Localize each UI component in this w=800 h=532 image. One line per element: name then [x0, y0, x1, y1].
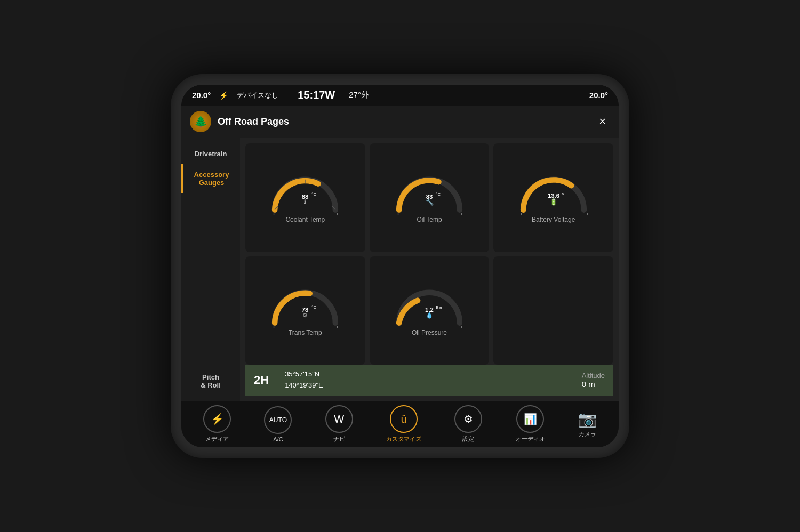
nav-navi[interactable]: W ナビ [325, 405, 353, 443]
svg-text:⚙: ⚙ [302, 312, 308, 318]
close-button[interactable]: × [595, 112, 610, 131]
svg-text:🔋: 🔋 [550, 198, 558, 206]
svg-text:1.2: 1.2 [425, 306, 434, 312]
media-label: メディア [205, 435, 229, 443]
settings-icon: ⚙ [454, 405, 482, 433]
svg-text:78: 78 [302, 306, 309, 312]
media-icon: ⚡ [203, 405, 231, 433]
altitude-value: 0 m [582, 380, 605, 389]
altitude-block: Altitude 0 m [582, 372, 605, 389]
svg-text:83: 83 [426, 193, 433, 199]
device-bezel: 20.0° ⚡ デバイスなし 15:17W 27°外 20.0° 🌲 Off R… [171, 74, 629, 458]
svg-text:Bar: Bar [436, 305, 443, 310]
navi-icon: W [325, 405, 353, 433]
app-icon: 🌲 [190, 111, 211, 132]
navi-label: ナビ [333, 435, 345, 443]
gauges-area: C H 🌡 88 °C Coolant Temp [240, 138, 619, 401]
svg-text:H: H [337, 325, 340, 328]
sidebar-item-accessory-gauges[interactable]: AccessoryGauges [181, 164, 240, 193]
sidebar-item-drivetrain[interactable]: Drivetrain [181, 143, 240, 164]
ac-label: A/C [273, 436, 283, 442]
device-text: デバイスなし [237, 91, 278, 100]
oil-pressure-label: Oil Pressure [412, 329, 447, 336]
status-bar: 20.0° ⚡ デバイスなし 15:17W 27°外 20.0° [181, 85, 619, 106]
drive-mode: 2H [254, 373, 269, 387]
oil-temp-label: Oil Temp [417, 216, 442, 223]
nav-media[interactable]: ⚡ メディア [203, 405, 231, 443]
gauge-trans-temp: C H ⚙ 78 °C Trans Temp [245, 256, 365, 365]
body-area: Drivetrain AccessoryGauges Pitch& Roll [181, 138, 619, 401]
camera-icon: 📷 [578, 410, 597, 428]
app-title: Off Road Pages [218, 116, 588, 127]
screen: 20.0° ⚡ デバイスなし 15:17W 27°外 20.0° 🌲 Off R… [181, 85, 619, 447]
info-bar: 2H 35°57'15"N 140°19'39"E Altitude 0 m [245, 365, 613, 396]
bottom-nav: ⚡ メディア AUTO A/C W ナビ û カスタマイズ ⚙ 設定 [181, 401, 619, 447]
temp-right: 20.0° [589, 91, 608, 100]
customize-label: カスタマイズ [386, 435, 421, 443]
svg-text:L: L [397, 325, 399, 328]
svg-text:H: H [461, 325, 463, 328]
svg-text:°C: °C [312, 305, 317, 310]
nav-customize[interactable]: û カスタマイズ [386, 405, 421, 443]
audio-icon: 📊 [516, 405, 544, 433]
svg-text:v: v [562, 191, 564, 196]
svg-text:L: L [521, 212, 523, 215]
nav-settings[interactable]: ⚙ 設定 [454, 405, 482, 443]
gauge-grid: C H 🌡 88 °C Coolant Temp [245, 143, 613, 365]
coordinates: 35°57'15"N 140°19'39"E [285, 369, 323, 391]
main-content: 🌲 Off Road Pages × Drivetrain AccessoryG… [181, 106, 619, 447]
audio-label: オーディオ [516, 435, 545, 443]
temp-left: 20.0° [192, 91, 211, 100]
settings-label: 設定 [462, 435, 474, 443]
svg-text:°C: °C [436, 192, 441, 197]
svg-text:H: H [337, 212, 340, 215]
svg-text:°C: °C [312, 192, 317, 197]
svg-text:C: C [273, 212, 275, 215]
svg-text:13.6: 13.6 [548, 192, 559, 199]
status-time: 15:17W [298, 89, 335, 101]
gauge-oil-temp: C H 🔧 83 °C Oil Temp [370, 143, 490, 252]
nav-audio[interactable]: 📊 オーディオ [516, 405, 545, 443]
app-header: 🌲 Off Road Pages × [181, 106, 619, 138]
coord2: 140°19'39"E [285, 380, 323, 391]
svg-text:H: H [461, 212, 463, 215]
svg-text:C: C [273, 325, 275, 328]
gauge-oil-pressure: L H 💧 1.2 Bar Oil Pressure [370, 256, 490, 365]
gauge-empty [493, 256, 613, 365]
svg-text:88: 88 [302, 193, 309, 199]
coolant-temp-label: Coolant Temp [285, 216, 325, 223]
trans-temp-label: Trans Temp [289, 329, 322, 336]
camera-label: カメラ [579, 430, 596, 438]
sidebar-item-pitch-roll[interactable]: Pitch& Roll [181, 367, 240, 396]
altitude-label: Altitude [582, 372, 605, 380]
nav-ac[interactable]: AUTO A/C [264, 406, 292, 442]
customize-icon: û [390, 405, 418, 433]
usb-icon: ⚡ [219, 91, 228, 100]
battery-voltage-label: Battery Voltage [532, 216, 575, 223]
sidebar: Drivetrain AccessoryGauges Pitch& Roll [181, 138, 240, 401]
gauge-coolant-temp: C H 🌡 88 °C Coolant Temp [245, 143, 365, 252]
svg-text:H: H [585, 212, 588, 215]
ac-icon: AUTO [264, 406, 292, 434]
coord1: 35°57'15"N [285, 369, 323, 380]
gauge-battery-voltage: L H 🔋 13.6 v Battery Voltage [493, 143, 613, 252]
svg-text:C: C [397, 212, 399, 215]
nav-camera[interactable]: 📷 カメラ [578, 410, 597, 438]
outside-temp: 27°外 [349, 90, 369, 100]
